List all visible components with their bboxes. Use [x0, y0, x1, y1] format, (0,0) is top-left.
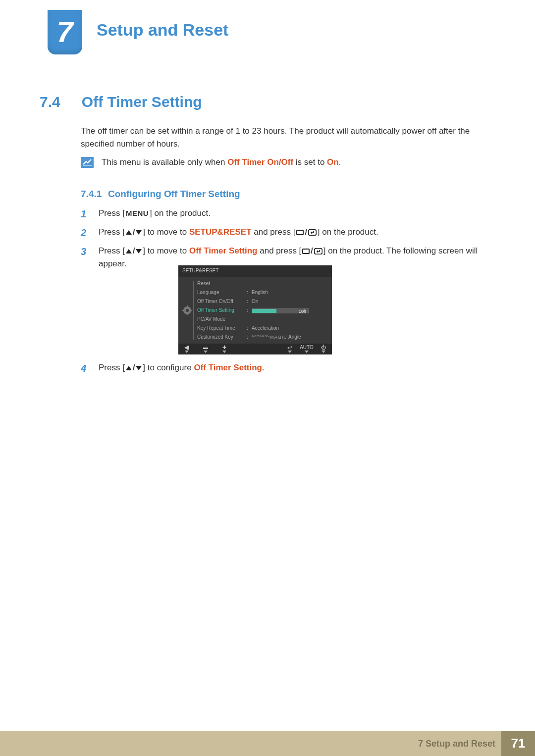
osd-keyrep-label: Key Repeat Time: [197, 325, 247, 332]
step-3-target: Off Timer Setting: [189, 246, 258, 255]
svg-rect-6: [187, 313, 188, 315]
osd-title: SETUP&RESET: [178, 265, 332, 277]
note-text: This menu is available only when Off Tim…: [102, 156, 341, 169]
step-1: 1 Press [MENU] on the product.: [81, 207, 497, 221]
section-number: 7.4: [40, 91, 79, 113]
subsection-heading: 7.4.1 Configuring Off Timer Setting: [81, 187, 240, 201]
osd-footer-plus-icon: ✚: [221, 345, 228, 353]
source-enter-icon: /: [301, 245, 323, 257]
step-3-number: 3: [81, 245, 91, 271]
osd-footer: ◂▮ ▬ ✚ ⮐ AUTO ⏻: [178, 344, 332, 354]
step-2-pre: Press [: [99, 227, 125, 237]
osd-setting-label: Off Timer Setting: [197, 307, 247, 314]
step-4-mid: ] to configure: [143, 363, 194, 372]
step-1-number: 1: [81, 207, 91, 221]
note-post: .: [339, 157, 341, 167]
step-3-mid2: and press [: [258, 246, 302, 255]
osd-row-pcav: PC/AV Mode: [197, 315, 328, 324]
osd-pcav-label: PC/AV Mode: [197, 316, 247, 323]
step-2-target: SETUP&RESET: [189, 227, 252, 237]
page-footer: 7 Setup and Reset 71: [0, 731, 535, 756]
osd-row-language: Language:English: [197, 289, 328, 298]
osd-slider: 10h: [252, 308, 309, 313]
step-2-post: ] on the product.: [318, 227, 378, 237]
step-2-number: 2: [81, 226, 91, 240]
up-down-icon: /: [125, 226, 143, 239]
note-mid: is set to: [293, 157, 327, 167]
osd-language-value: English: [252, 289, 268, 297]
subsection-number: 7.4.1: [81, 189, 102, 199]
note-highlight-1: Off Timer On/Off: [227, 157, 293, 167]
step-4-target: Off Timer Setting: [194, 363, 262, 372]
osd-bracket: [193, 281, 194, 340]
osd-row-setting: Off Timer Setting:10h: [197, 306, 328, 315]
note-pre: This menu is available only when: [102, 157, 227, 167]
osd-keyrep-value: Acceleration: [252, 325, 279, 332]
footer-page-number: 71: [501, 731, 535, 756]
svg-rect-8: [190, 310, 192, 311]
step-1-body: Press [MENU] on the product.: [99, 207, 497, 221]
step-4: 4 Press [/] to configure Off Timer Setti…: [81, 361, 497, 375]
osd-footer-back-icon: ◂▮: [183, 345, 190, 353]
step-1-pre: Press [: [99, 208, 125, 218]
section-heading: 7.4 Off Timer Setting: [40, 91, 202, 113]
osd-footer-minus-icon: ▬: [202, 345, 209, 353]
gear-icon: [182, 305, 192, 315]
step-3-pre: Press [: [99, 246, 125, 255]
osd-footer-enter-icon: ⮐: [286, 345, 293, 353]
chapter-title: Setup and Reset: [97, 18, 228, 42]
note-icon: [81, 157, 94, 168]
step-4-pre: Press [: [99, 363, 125, 372]
osd-setting-value: 10h: [299, 308, 306, 315]
osd-row-keyrep: Key Repeat Time:Acceleration: [197, 324, 328, 333]
chapter-badge: 7: [48, 10, 82, 54]
footer-chapter-text: 7 Setup and Reset: [418, 737, 495, 750]
section-title: Off Timer Setting: [82, 94, 202, 110]
note-row: This menu is available only when Off Tim…: [81, 156, 341, 169]
osd-footer-power-icon: ⏻: [320, 345, 327, 353]
osd-row-reset: Reset: [197, 280, 328, 289]
step-2-mid1: ] to move to: [143, 227, 189, 237]
up-down-icon: /: [125, 245, 143, 257]
step-2-body: Press [/] to move to SETUP&RESET and pre…: [99, 226, 497, 240]
step-2: 2 Press [/] to move to SETUP&RESET and p…: [81, 226, 497, 240]
intro-paragraph: The off timer can be set within a range …: [81, 125, 497, 151]
step-2-mid2: and press [: [252, 227, 296, 237]
osd-onoff-label: Off Timer On/Off: [197, 298, 247, 305]
step-4-body: Press [/] to configure Off Timer Setting…: [99, 361, 497, 375]
svg-rect-5: [187, 305, 188, 307]
svg-point-4: [186, 309, 189, 312]
osd-language-label: Language: [197, 289, 247, 297]
step-4-post: .: [262, 363, 265, 372]
osd-row-onoff: Off Timer On/Off:On: [197, 298, 328, 306]
osd-screenshot: SETUP&RESET Reset Language:English Off T…: [178, 265, 332, 354]
menu-button-label: MENU: [125, 207, 150, 219]
up-down-icon: /: [125, 362, 143, 374]
osd-custom-magic: MAGIC: [270, 335, 287, 340]
osd-custom-value: SAMSUNGMAGIC Angle: [252, 334, 301, 341]
osd-footer-auto-label: AUTO: [303, 345, 310, 350]
osd-body: Reset Language:English Off Timer On/Off:…: [178, 277, 332, 349]
svg-rect-7: [182, 310, 184, 311]
step-4-number: 4: [81, 361, 91, 375]
subsection-title: Configuring Off Timer Setting: [108, 189, 240, 199]
step-1-post: ] on the product.: [150, 208, 211, 218]
osd-onoff-value: On: [252, 298, 258, 305]
osd-custom-angle: Angle: [287, 334, 301, 340]
osd-footer-auto: AUTO: [303, 345, 310, 353]
osd-reset-label: Reset: [197, 280, 247, 288]
osd-custom-label: Customized Key: [197, 334, 247, 341]
chapter-number: 7: [56, 17, 73, 47]
step-3-mid1: ] to move to: [143, 246, 189, 255]
source-enter-icon: /: [295, 226, 317, 239]
note-highlight-2: On: [327, 157, 339, 167]
osd-custom-brand: SAMSUNG: [252, 334, 270, 337]
